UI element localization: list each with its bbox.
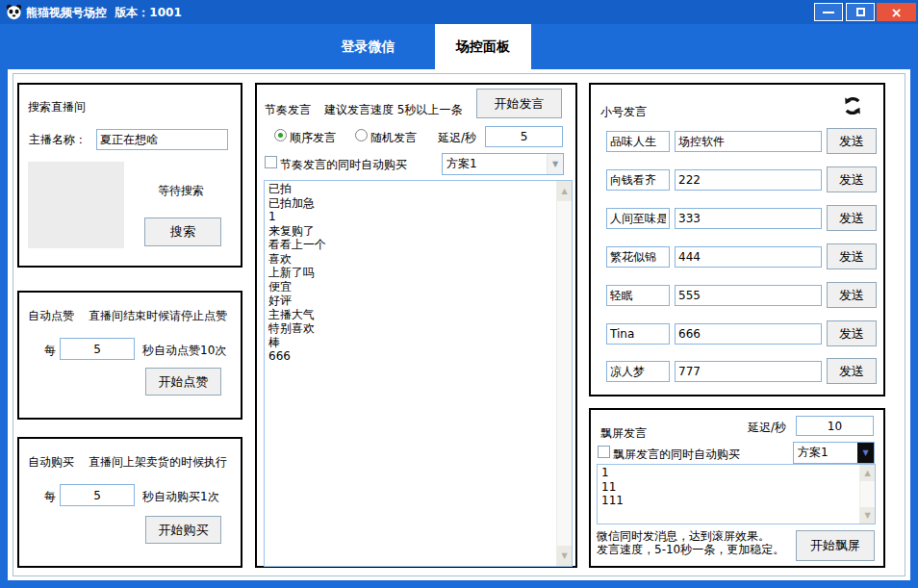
tab-login-wechat[interactable]: 登录微信: [318, 24, 419, 69]
account-message-input[interactable]: [675, 361, 822, 382]
floating-autobuy-checkbox[interactable]: [598, 446, 610, 458]
chevron-down-icon: ▼: [857, 443, 874, 463]
rhythm-title: 节奏发言: [265, 102, 311, 118]
account-message-input[interactable]: [675, 246, 822, 268]
start-buy-button[interactable]: 开始购买: [145, 516, 221, 544]
scroll-down-icon[interactable]: ▼: [557, 546, 572, 566]
small-accounts-panel: 小号发言 发送 发送: [589, 83, 885, 396]
tab-strip: 登录微信 场控面板 到期时间:2023-05-09 19:13:25: [0, 24, 918, 69]
liveroom-thumbnail-placeholder: [28, 162, 124, 248]
buy-every-label: 每: [44, 489, 56, 505]
search-liveroom-panel: 搜索直播间 主播名称： 等待搜索 搜索: [17, 83, 242, 268]
start-floating-button[interactable]: 开始飘屏: [796, 530, 875, 561]
floating-note-line2: 发言速度，5-10秒一条，更加稳定。: [597, 542, 784, 558]
rhythm-autobuy-checkbox[interactable]: [265, 156, 277, 168]
rhythm-scrollbar[interactable]: ▲ ▼: [556, 181, 572, 566]
start-speech-button[interactable]: 开始发言: [476, 89, 562, 118]
auto-buy-title: 自动购买: [28, 454, 74, 471]
floating-delay-input[interactable]: [796, 416, 874, 436]
auto-buy-hint: 直播间上架卖货的时候执行: [89, 454, 227, 471]
scroll-down-icon[interactable]: ▼: [860, 507, 875, 524]
panda-logo-icon: [6, 4, 22, 20]
start-like-button[interactable]: 开始点赞: [145, 368, 221, 396]
app-window: 熊猫视频号场控 版本：1001 × 登录微信 场控面板 到期时间:2023-05…: [0, 0, 918, 588]
window-title: 熊猫视频号场控 版本：1001: [26, 5, 182, 21]
auto-like-title: 自动点赞: [28, 308, 74, 324]
like-suffix-label: 秒自动点赞10次: [142, 343, 226, 359]
scroll-up-icon[interactable]: ▲: [860, 465, 875, 481]
auto-like-panel: 自动点赞 直播间结束时候请停止点赞 每 秒自动点赞10次 开始点赞: [17, 291, 242, 420]
account-name-input[interactable]: [606, 361, 670, 382]
search-panel-title: 搜索直播间: [28, 99, 86, 115]
floating-autobuy-label: 飘屏发言的同时自动购买: [613, 447, 740, 463]
close-icon: ×: [891, 5, 903, 20]
floating-plan-value: 方案1: [794, 445, 857, 461]
account-message-input[interactable]: [675, 285, 822, 306]
account-name-input[interactable]: [606, 131, 670, 152]
auto-like-hint: 直播间结束时候请停止点赞: [89, 308, 227, 324]
account-name-input[interactable]: [606, 246, 670, 268]
rhythm-hint: 建议发言速度 5秒以上一条: [324, 102, 462, 118]
scroll-up-icon[interactable]: ▲: [557, 181, 572, 201]
floating-plan-dropdown[interactable]: 方案1 ▼: [793, 442, 875, 464]
auto-buy-panel: 自动购买 直播间上架卖货的时候执行 每 秒自动购买1次 开始购买: [17, 437, 242, 568]
anchor-name-label: 主播名称：: [29, 132, 87, 148]
refresh-icon[interactable]: [841, 94, 864, 117]
floating-title: 飘屏发言: [600, 425, 647, 442]
radio-random-label: 随机发言: [370, 130, 417, 146]
minimize-button[interactable]: [814, 3, 843, 21]
account-name-input[interactable]: [606, 323, 670, 345]
send-button[interactable]: 发送: [827, 320, 877, 346]
accounts-title: 小号发言: [600, 104, 647, 120]
close-button[interactable]: ×: [877, 3, 916, 21]
like-every-label: 每: [44, 343, 56, 359]
rhythm-autobuy-label: 节奏发言的同时自动购买: [280, 157, 407, 173]
anchor-name-input[interactable]: [96, 129, 228, 150]
account-name-input[interactable]: [606, 169, 670, 191]
radio-sequential-speech[interactable]: [274, 129, 287, 141]
send-button[interactable]: 发送: [827, 282, 877, 308]
rhythm-delay-input[interactable]: [485, 126, 563, 147]
floating-messages-text[interactable]: 1 11 111: [598, 465, 859, 524]
account-message-input[interactable]: [675, 169, 822, 191]
floating-delay-label: 延迟/秒: [748, 420, 786, 436]
account-name-input[interactable]: [606, 285, 670, 306]
rhythm-delay-label: 延迟/秒: [438, 130, 476, 146]
rhythm-speech-panel: 节奏发言 建议发言速度 5秒以上一条 开始发言 顺序发言 随机发言 延迟/秒 节…: [255, 83, 577, 568]
radio-random-speech[interactable]: [355, 129, 368, 141]
title-bar: 熊猫视频号场控 版本：1001 ×: [0, 0, 918, 24]
radio-sequential-label: 顺序发言: [290, 130, 336, 146]
maximize-icon: [856, 8, 865, 16]
account-message-input[interactable]: [675, 323, 822, 345]
send-button[interactable]: 发送: [827, 128, 877, 154]
tab-control-panel[interactable]: 场控面板: [435, 24, 531, 69]
maximize-button[interactable]: [846, 3, 875, 21]
account-message-input[interactable]: [675, 208, 822, 229]
floating-speech-panel: 飘屏发言 延迟/秒 飘屏发言的同时自动购买 方案1 ▼ 1 11 111 ▲ ▼…: [589, 408, 885, 568]
account-message-input[interactable]: [675, 131, 822, 152]
rhythm-plan-dropdown[interactable]: 方案1 ▼: [442, 153, 564, 175]
buy-suffix-label: 秒自动购买1次: [142, 489, 219, 505]
rhythm-plan-value: 方案1: [443, 156, 547, 172]
send-button[interactable]: 发送: [827, 166, 877, 192]
buy-interval-input[interactable]: [60, 484, 135, 506]
main-content: 搜索直播间 主播名称： 等待搜索 搜索 自动点赞 直播间结束时候请停止点赞 每 …: [8, 69, 910, 580]
account-name-input[interactable]: [606, 208, 670, 229]
minimize-icon: [823, 12, 834, 13]
like-interval-input[interactable]: [60, 338, 135, 360]
chevron-down-icon: ▼: [547, 154, 563, 174]
send-button[interactable]: 发送: [827, 205, 877, 231]
rhythm-messages-text[interactable]: 已拍 已拍加急 1 来复购了 看看上一个 喜欢 上新了吗 便宜 好评 主播大气 …: [265, 181, 556, 566]
floating-messages-box: 1 11 111 ▲ ▼: [597, 464, 876, 524]
search-button[interactable]: 搜索: [144, 217, 221, 246]
search-status-text: 等待搜索: [158, 183, 204, 199]
floating-scrollbar[interactable]: ▲ ▼: [859, 465, 875, 524]
rhythm-messages-box: 已拍 已拍加急 1 来复购了 看看上一个 喜欢 上新了吗 便宜 好评 主播大气 …: [264, 180, 573, 567]
send-button[interactable]: 发送: [827, 243, 877, 269]
send-button[interactable]: 发送: [827, 358, 877, 384]
